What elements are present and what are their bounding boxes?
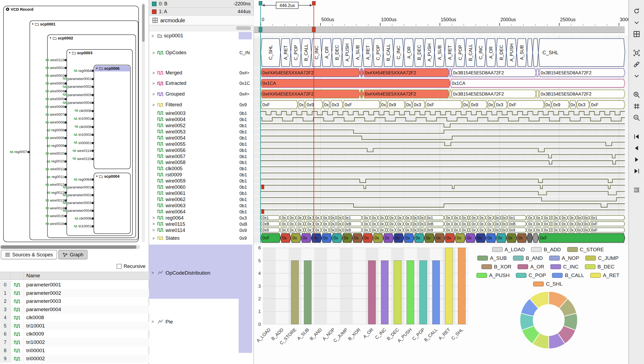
bar-A_SUB[interactable] xyxy=(304,261,312,324)
table-row[interactable]: 8tri00001 xyxy=(0,346,149,355)
tree-item-wire0058[interactable]: wire0058 xyxy=(149,159,239,165)
module-header[interactable]: arcmodule xyxy=(149,16,254,26)
names-scrollbar[interactable] xyxy=(149,26,254,31)
diagram-signal-parameter0003[interactable]: parameter0003 xyxy=(54,93,91,97)
legend-item-C_POP[interactable]: C_POP xyxy=(516,272,546,278)
tree-item-Extracted[interactable]: >Extracted xyxy=(149,80,239,86)
cursor-row-a[interactable]: 1: A 444us xyxy=(149,8,253,16)
wave-row-Filtered[interactable]: 0xF0x0x90x0x30xF0x0x90x0x30xF0x0x90x0x30… xyxy=(261,101,625,109)
tree-item-wire0004[interactable]: wire0004 xyxy=(149,116,239,122)
legend-item-A_SUB[interactable]: A_SUB xyxy=(477,255,507,261)
cursor-flag-b[interactable] xyxy=(259,1,262,5)
legend-item-B_XOR[interactable]: B_XOR xyxy=(481,264,511,270)
cursor-flag-a[interactable] xyxy=(312,1,315,5)
diagram-signal-clk0008[interactable]: clk0008 xyxy=(54,216,91,220)
legend-item-B_AND[interactable]: B_AND xyxy=(513,255,543,261)
tab-sources-scopes[interactable]: Sources & Scopes xyxy=(1,250,57,259)
legend-item-A_PUSH[interactable]: A_PUSH xyxy=(476,272,510,278)
step-forward-icon[interactable]: .f{fill:#222;stroke:none;} xyxy=(631,154,642,165)
skip-end-icon[interactable]: .f{fill:#222;stroke:none;} xyxy=(631,166,642,177)
tree-item-wire0115[interactable]: >wire0115 xyxy=(149,221,239,227)
tree-item-wire0059[interactable]: wire0059 xyxy=(149,177,239,184)
bar-A_OR[interactable] xyxy=(368,261,376,324)
wave-row-States[interactable]: 0xF0x0x0x0x0x0x0x0x0x0x0x0x0x0x0x0x0x0x0… xyxy=(261,234,625,243)
pie-chart[interactable] xyxy=(517,288,581,352)
tree-item-wire0062[interactable]: wire0062 xyxy=(149,196,239,202)
tree-item-wire0060[interactable]: wire0060 xyxy=(149,184,239,190)
diagram-box-scp0006[interactable]: ▾scp0006 xyxy=(94,65,131,169)
diagram-signal-tri10001[interactable]: tri10001 xyxy=(54,117,91,121)
bar-B_CALL[interactable] xyxy=(432,261,440,324)
legend-item-B_ADD[interactable]: B_ADD xyxy=(531,247,561,252)
diagram-signal-parameter0001[interactable]: parameter0001 xyxy=(54,77,91,81)
diagram-signal-clk0008[interactable]: clk0008 xyxy=(54,108,91,112)
fit-frame-icon[interactable]: .f{fill:#222;stroke:none;} xyxy=(631,48,642,58)
legend-item-A_OR[interactable]: A_OR xyxy=(517,264,544,270)
cursor-row-b[interactable]: 0: B -2200ns xyxy=(149,0,253,8)
tree-item-wire0057[interactable]: wire0057 xyxy=(149,153,239,159)
bar-C_STORE[interactable] xyxy=(291,261,299,324)
diagram-signal-wire0113[interactable]: wire0113 xyxy=(27,58,64,62)
diagram-signal-parameter0002[interactable]: parameter0002 xyxy=(54,193,91,197)
diagram-signal-parameter0004[interactable]: parameter0004 xyxy=(54,209,91,213)
opcode-distribution-chart[interactable]: 0123456A_LOADB_ADDC_STOREA_SUBB_ANDA_NOP… xyxy=(255,245,472,350)
table-row[interactable]: 7tri10002 xyxy=(0,338,149,347)
diagram-signal-wire0011[interactable]: wire0011 xyxy=(27,167,64,171)
legend-item-C_INC[interactable]: C_INC xyxy=(551,264,579,270)
wave-row-OpCodes[interactable]: C_SHLA_RETC_POPB_CALLC_INCA_ORB_DECA_PUS… xyxy=(261,39,625,67)
refresh-icon[interactable]: .f{fill:#222;stroke:none;} xyxy=(631,6,642,16)
legend-item-B_DEC[interactable]: B_DEC xyxy=(585,264,614,270)
zoom-in-icon[interactable]: .f{fill:#222;stroke:none;} xyxy=(631,89,642,100)
wave-row-Merged[interactable]: 0x#X#54E5E5XXAA72F20x#X#54E5E5XXAA72F20x… xyxy=(261,68,625,77)
bar-B_DEC[interactable] xyxy=(394,261,401,324)
wave-row-Grouped[interactable]: 0x#X#54E5E5XXAA72F20x#X#54E5E5XXAA72F20x… xyxy=(261,90,625,98)
diagram-signal-wire0115[interactable]: wire0115 xyxy=(54,156,91,161)
tree-item-wire0003[interactable]: wire0003 xyxy=(149,110,239,116)
diagram-signal-wire0007[interactable]: wire0007 xyxy=(27,112,64,117)
tree-item-wire0055[interactable]: wire0055 xyxy=(149,141,239,147)
diagram-signal-tri10001[interactable]: tri10001 xyxy=(54,224,91,228)
table-row[interactable]: 2parameter0003 xyxy=(0,297,149,305)
tree-item-wire0063[interactable]: wire0063 xyxy=(149,202,239,209)
tree-item-scp0001[interactable]: > scp0001 xyxy=(149,32,239,39)
zoom-fit-icon[interactable]: .f{fill:#222;stroke:none;} xyxy=(631,101,642,112)
tree-item-clk0005[interactable]: clk0005 xyxy=(149,165,239,172)
wave-menu-icon[interactable]: .f{fill:#222;stroke:none;} xyxy=(631,185,642,195)
tree-item-wire0054[interactable]: wire0054 xyxy=(149,134,239,141)
chevron-down-icon[interactable]: .f{fill:#222;stroke:none;} xyxy=(631,17,642,28)
wave-row-wire0114[interactable]: 0x90x0x0x0x0x0x0x0x0x90x0x0x0x0x0x0x0x0x… xyxy=(261,228,625,232)
wave-row-Extracted[interactable]: 0x1CA0x1CA xyxy=(261,79,625,88)
legend-item-A_NOP[interactable]: A_NOP xyxy=(549,255,579,261)
legend-item-C_SHL[interactable]: C_SHL xyxy=(533,281,563,287)
bar-A_PUSH[interactable] xyxy=(407,261,414,324)
tree-item-reg0064[interactable]: >reg0064 xyxy=(149,214,239,221)
tree-item-OpCodes[interactable]: >OpCodes xyxy=(149,49,239,56)
tree-item-wire0053[interactable]: wire0053 xyxy=(149,128,239,135)
tree-item-wire0061[interactable]: wire0061 xyxy=(149,190,239,196)
diagram-signal-parameter0001[interactable]: parameter0001 xyxy=(54,185,91,189)
diagram-signal-parameter0003[interactable]: parameter0003 xyxy=(54,201,91,205)
legend-item-A_LOAD[interactable]: A_LOAD xyxy=(492,247,525,252)
marker-overview-band[interactable] xyxy=(254,26,625,33)
tree-item-Filtered[interactable]: >Filtered xyxy=(149,101,239,108)
diagram-signal-wire0006[interactable]: wire0006 xyxy=(27,105,64,109)
diagram-signal-wire0114[interactable]: wire0114 xyxy=(54,148,91,152)
tree-item-wire0052[interactable]: wire0052 xyxy=(149,122,239,129)
waveform-canvas[interactable]: 0500us1000us1500us2000us2500us3000usC_SH… xyxy=(254,0,628,245)
table-row[interactable]: 1parameter0002 xyxy=(0,289,149,297)
tree-item-pie[interactable]: > Pie xyxy=(149,318,239,325)
bar-C_POP[interactable] xyxy=(420,261,427,324)
legend-item-A_RET[interactable]: A_RET xyxy=(590,272,619,278)
diagram-signal-tri10002[interactable]: tri10002 xyxy=(54,133,91,137)
link-icon[interactable]: .f{fill:#222;stroke:none;} xyxy=(631,59,642,70)
diagram-signal-tri00001[interactable]: tri00001 xyxy=(54,141,91,145)
table-row[interactable]: 0parameter0001 xyxy=(0,281,149,289)
zoom-out-icon[interactable]: .f{fill:#222;stroke:none;} xyxy=(631,112,642,123)
bar-A_RET[interactable] xyxy=(445,248,453,324)
diagram-signal-reg0064[interactable]: reg0064 xyxy=(54,68,91,72)
tree-item-States[interactable]: >States xyxy=(149,235,239,241)
diagram-signal-reg0007[interactable]: reg0007 xyxy=(2,150,27,154)
diagram-signal-wire0008[interactable]: wire0008 xyxy=(27,120,64,124)
diagram-box-scp0004[interactable]: ▾scp0004 xyxy=(94,173,131,234)
diagram-signal-parameter0002[interactable]: parameter0002 xyxy=(54,85,91,89)
